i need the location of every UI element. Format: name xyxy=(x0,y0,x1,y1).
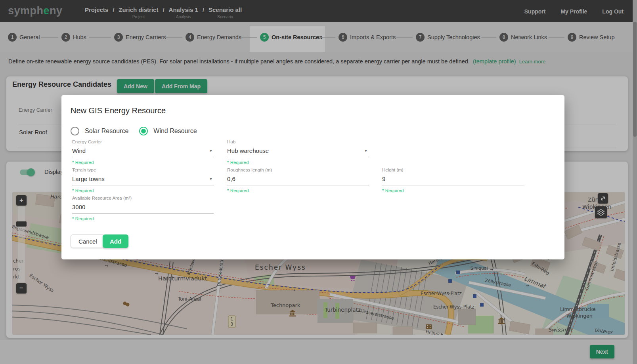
hub-select[interactable]: Hub warehouse ▼ xyxy=(227,145,369,157)
roughness-length-field: Roughness length (m) 0,6 * Required xyxy=(227,168,369,193)
radio-label: Solar Resource xyxy=(85,128,128,135)
hub-field: Hub Hub warehouse ▼ * Required xyxy=(227,139,369,165)
app-screen: sympheny Projects / Zurich district Proj… xyxy=(0,0,637,364)
add-button[interactable]: Add xyxy=(103,234,128,248)
available-resource-area-input[interactable]: 3000 xyxy=(72,202,214,213)
wind-resource-radio[interactable]: Wind Resource xyxy=(139,127,197,135)
height-input[interactable]: 9 xyxy=(382,173,524,185)
field-label: Available Resource Area (m²) xyxy=(72,196,214,200)
field-label: Height (m) xyxy=(382,168,524,172)
available-resource-area-field: Available Resource Area (m²) 3000 * Requ… xyxy=(72,196,214,221)
terrain-type-field: Terrain type Large towns ▼ * Required xyxy=(72,168,214,193)
radio-circle-icon xyxy=(71,127,79,135)
field-value: Wind xyxy=(72,147,86,154)
chevron-down-icon: ▼ xyxy=(209,177,213,181)
chevron-down-icon: ▼ xyxy=(364,149,368,153)
field-value: Large towns xyxy=(72,175,105,182)
terrain-type-select[interactable]: Large towns ▼ xyxy=(72,173,214,185)
field-value: 0,6 xyxy=(227,175,235,182)
required-hint: * Required xyxy=(227,188,369,193)
field-label: Terrain type xyxy=(72,168,214,172)
new-gis-energy-resource-modal: New GIS Energy Resource Solar Resource W… xyxy=(61,95,564,259)
resource-type-radio-group: Solar Resource Wind Resource xyxy=(71,127,197,135)
field-label: Roughness length (m) xyxy=(227,168,369,172)
height-field: Height (m) 9 * Required xyxy=(382,168,524,193)
radio-circle-icon xyxy=(139,127,148,135)
required-hint: * Required xyxy=(72,160,214,165)
chevron-down-icon: ▼ xyxy=(209,149,213,153)
required-hint: * Required xyxy=(227,160,369,165)
energy-carrier-select[interactable]: Wind ▼ xyxy=(72,145,214,157)
required-hint: * Required xyxy=(72,216,214,221)
modal-title: New GIS Energy Resource xyxy=(71,106,166,115)
field-label: Energy Carrier xyxy=(72,139,214,144)
field-value: 3000 xyxy=(72,204,85,210)
solar-resource-radio[interactable]: Solar Resource xyxy=(71,127,128,135)
required-hint: * Required xyxy=(382,188,524,193)
energy-carrier-field: Energy Carrier Wind ▼ * Required xyxy=(72,139,214,165)
field-label: Hub xyxy=(227,139,369,144)
cancel-button[interactable]: Cancel xyxy=(71,234,105,248)
radio-label: Wind Resource xyxy=(153,128,197,135)
field-value: 9 xyxy=(382,175,385,182)
required-hint: * Required xyxy=(72,188,214,193)
roughness-length-input[interactable]: 0,6 xyxy=(227,173,369,185)
field-value: Hub warehouse xyxy=(227,147,269,154)
